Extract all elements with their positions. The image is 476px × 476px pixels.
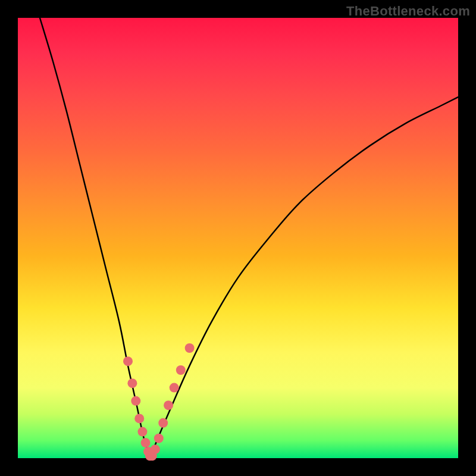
data-marker (170, 383, 179, 393)
data-marker (131, 396, 140, 406)
chart-frame: TheBottleneck.com (0, 0, 476, 476)
plot-area (18, 18, 458, 458)
data-marker (154, 434, 164, 443)
data-marker (151, 444, 160, 454)
data-marker (134, 414, 144, 423)
data-marker (137, 427, 147, 437)
data-marker (127, 378, 137, 388)
chart-svg (18, 18, 458, 458)
data-marker (123, 356, 133, 366)
data-marker (164, 400, 173, 410)
curve-right-branch (150, 97, 458, 458)
data-marker (176, 365, 186, 375)
data-marker (158, 418, 168, 428)
data-marker (141, 438, 151, 447)
data-markers (123, 343, 195, 461)
curve-left-branch (40, 18, 150, 458)
data-marker (185, 343, 195, 353)
watermark-text: TheBottleneck.com (346, 4, 470, 19)
